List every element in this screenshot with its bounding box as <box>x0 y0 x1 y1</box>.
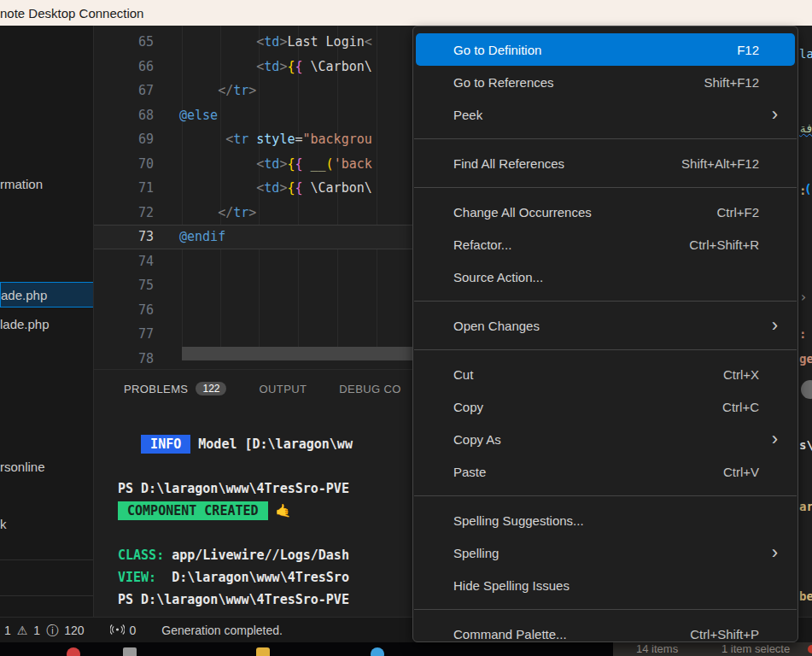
menu-item-spelling-suggestions[interactable]: Spelling Suggestions... <box>416 504 795 536</box>
menu-item-cut[interactable]: CutCtrl+X <box>416 358 795 390</box>
menu-item-change-all-occurrences[interactable]: Change All OccurrencesCtrl+F2 <box>416 196 795 228</box>
panel-tab-output[interactable]: OUTPUT <box>259 383 307 395</box>
menu-item-source-action[interactable]: Source Action... <box>416 261 795 293</box>
line-number: 68 <box>94 103 154 128</box>
code-text: </tr> <box>179 201 256 226</box>
yellow-app-icon[interactable] <box>256 647 270 656</box>
menu-item-paste[interactable]: PasteCtrl+V <box>416 455 795 488</box>
code-token: tr <box>233 205 248 220</box>
code-token <box>179 83 218 98</box>
menu-item-label: Refactor... <box>453 237 689 252</box>
menu-item-label: Go to Definition <box>453 43 737 57</box>
error-count: 1 <box>4 624 11 637</box>
file-explorer-status-bar: 14 items 1 item selecte <box>613 642 812 656</box>
menu-separator <box>414 301 797 302</box>
code-token: { <box>295 156 302 172</box>
code-token: ( <box>326 156 334 172</box>
menu-separator <box>414 495 797 496</box>
menu-item-label: Open Changes <box>453 319 772 333</box>
menu-item-label: Spelling Suggestions... <box>453 513 778 528</box>
sidebar-file-lade-php[interactable]: lade.php <box>0 313 94 337</box>
terminal-text <box>118 436 141 452</box>
remote-desktop-screen: note Desktop Connection rmationade.phpla… <box>0 0 812 656</box>
code-token: </ <box>218 205 233 220</box>
menu-item-command-palette[interactable]: Command Palette...Ctrl+Shift+P <box>416 618 795 642</box>
code-token <box>179 205 218 220</box>
menu-separator <box>414 609 797 610</box>
sidebar-file-k[interactable]: k <box>0 512 94 536</box>
panel-tab-debug-co[interactable]: DEBUG CO <box>339 383 401 395</box>
windows-taskbar[interactable]: 14 items 1 item selecte <box>0 642 812 656</box>
menu-item-label: Copy As <box>453 432 772 447</box>
line-number: 74 <box>94 249 154 274</box>
menu-item-label: Spelling <box>453 546 772 560</box>
menu-item-go-to-references[interactable]: Go to ReferencesShift+F12 <box>416 66 795 98</box>
info-count: 120 <box>64 624 84 637</box>
red-app-icon[interactable] <box>67 647 80 656</box>
menu-item-shortcut: Ctrl+Shift+R <box>689 237 759 252</box>
window-app-icon[interactable] <box>123 647 137 656</box>
line-number: 78 <box>94 347 154 370</box>
code-token: 'back <box>334 156 372 172</box>
code-token: @else <box>179 108 218 123</box>
code-fragment: be <box>799 589 812 603</box>
rdp-title-text: note Desktop Connection <box>0 6 143 20</box>
menu-item-find-all-references[interactable]: Find All ReferencesShift+Alt+F12 <box>416 147 795 179</box>
ports-status[interactable]: 0 <box>110 624 137 637</box>
menu-item-label: Command Palette... <box>453 627 690 641</box>
code-fragment: ( <box>804 182 811 196</box>
sidebar-file-rmation[interactable]: rmation <box>0 173 94 196</box>
chevron-right-icon: › <box>772 316 778 335</box>
code-token <box>179 59 256 74</box>
terminal-text: Model [D:\laragon\ww <box>190 436 353 452</box>
sidebar-file-ade-php[interactable]: ade.php <box>0 282 94 308</box>
code-fragment: : / <box>799 327 812 341</box>
menu-item-spelling[interactable]: Spelling› <box>416 536 795 569</box>
panel-tab-problems[interactable]: PROBLEMS122 <box>124 382 226 395</box>
sidebar-file-rsonline[interactable]: rsonline <box>0 455 94 479</box>
code-fragment: فة <box>799 121 812 135</box>
terminal-text: 🤙 <box>268 503 292 518</box>
menu-item-label: Paste <box>453 465 723 479</box>
menu-item-go-to-definition[interactable]: Go to DefinitionF12 <box>416 33 795 66</box>
menu-item-copy-as[interactable]: Copy As› <box>416 423 795 455</box>
scroll-decoration-circle <box>801 380 812 399</box>
menu-item-label: Peek <box>453 108 772 122</box>
terminal-badge: INFO <box>141 435 190 454</box>
chevron-right-icon: › <box>772 105 778 124</box>
code-text: <td>{{ \Carbon\ <box>179 176 372 201</box>
code-token: < <box>256 59 264 74</box>
menu-item-label: Hide Spelling Issues <box>453 578 778 593</box>
warning-count: 1 <box>33 624 40 637</box>
line-number: 65 <box>94 30 154 55</box>
line-number: 71 <box>94 176 154 201</box>
menu-item-shortcut: Shift+Alt+F12 <box>681 156 759 171</box>
code-token: td <box>264 59 279 74</box>
code-fragment: la <box>799 47 812 61</box>
line-number: 73 <box>94 225 154 249</box>
code-token <box>179 156 256 172</box>
terminal-text: PS D:\laragon\www\4TresSro-PVE <box>118 592 349 607</box>
code-token: Last Login <box>287 34 364 50</box>
code-token: < <box>225 132 233 147</box>
code-token: > <box>248 83 256 98</box>
broadcast-icon <box>110 624 125 637</box>
terminal-badge: COMPONENT CREATED <box>118 501 268 520</box>
rdp-title-bar[interactable]: note Desktop Connection <box>0 0 812 26</box>
menu-item-peek[interactable]: Peek› <box>416 98 795 131</box>
code-token: @endif <box>179 229 225 244</box>
line-number: 66 <box>94 55 154 79</box>
problems-status[interactable]: 1 ⚠ 1 ⓘ 120 <box>4 624 85 637</box>
blue-app-icon[interactable] <box>371 647 384 656</box>
code-token: \Carbon\ <box>303 180 372 196</box>
sidebar-section-divider <box>0 559 94 560</box>
menu-item-open-changes[interactable]: Open Changes› <box>416 309 795 342</box>
menu-item-copy[interactable]: CopyCtrl+C <box>416 390 795 423</box>
code-fragment: › <box>799 289 808 305</box>
menu-separator <box>414 138 797 139</box>
code-token: td <box>264 180 279 196</box>
code-token: { <box>295 59 302 74</box>
code-token <box>179 132 225 147</box>
menu-item-refactor[interactable]: Refactor...Ctrl+Shift+R <box>416 228 795 261</box>
menu-item-hide-spelling-issues[interactable]: Hide Spelling Issues <box>416 569 795 601</box>
